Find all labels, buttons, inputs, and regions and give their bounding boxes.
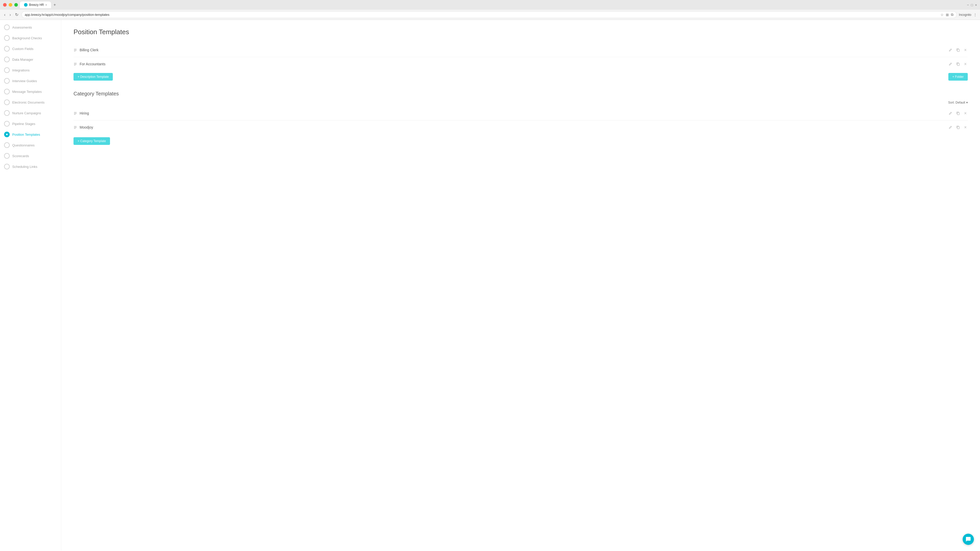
sidebar-icon-scorecards — [4, 153, 10, 159]
sidebar-icon-data-manager — [4, 57, 10, 62]
browser-titlebar: Breezy HR × + − □ × — [0, 0, 980, 10]
add-category-template-button[interactable]: + Category Template — [73, 137, 110, 145]
edit-button-moodjoy[interactable] — [948, 124, 953, 130]
sidebar-label-assessments: Assessments — [12, 25, 32, 29]
reader-icon[interactable]: ⊞ — [946, 13, 949, 17]
forward-button[interactable]: › — [8, 11, 12, 18]
sidebar-item-interview-guides[interactable]: Interview Guides — [0, 76, 61, 86]
svg-rect-10 — [957, 63, 959, 65]
sidebar-item-data-manager[interactable]: Data Manager — [0, 54, 61, 65]
window-close-button[interactable] — [3, 3, 6, 6]
delete-button-for-accountants[interactable]: × — [963, 61, 968, 67]
bookmark-icon[interactable]: ☆ — [940, 13, 944, 17]
sidebar-label-data-manager: Data Manager — [12, 58, 33, 62]
new-tab-button[interactable]: + — [52, 2, 58, 8]
browser-tab-breezy[interactable]: Breezy HR × — [20, 2, 51, 8]
category-templates-section: Category Templates Sort: Default ▾ Hirin… — [73, 91, 968, 145]
template-label-hiring: Hiring — [80, 111, 89, 115]
tab-label: Breezy HR — [29, 3, 44, 6]
copy-button-hiring[interactable] — [955, 110, 961, 116]
sidebar-item-electronic-documents[interactable]: Electronic Documents — [0, 97, 61, 108]
back-button[interactable]: ‹ — [3, 11, 6, 18]
template-label-billing-clerk: Billing Clerk — [80, 48, 99, 52]
sidebar-label-integrations: Integrations — [12, 68, 30, 72]
tab-close-icon[interactable]: × — [45, 3, 47, 6]
app-layout: AssessmentsBackground ChecksCustom Field… — [0, 20, 980, 551]
svg-rect-20 — [957, 127, 959, 129]
window-maximize-button[interactable] — [14, 3, 18, 6]
sidebar-label-scheduling-links: Scheduling Links — [12, 165, 37, 168]
browser-chrome: Breezy HR × + − □ × ‹ › ↻ ☆ ⊞ ⧉ Incognit… — [0, 0, 980, 20]
sidebar-label-pipeline-stages: Pipeline Stages — [12, 122, 35, 126]
sort-row: Sort: Default ▾ — [73, 101, 968, 104]
svg-rect-15 — [957, 113, 959, 115]
sidebar: AssessmentsBackground ChecksCustom Field… — [0, 20, 61, 551]
template-item-billing-clerk: Billing Clerk × — [73, 43, 968, 57]
edit-button-billing-clerk[interactable] — [948, 47, 953, 53]
delete-button-hiring[interactable]: × — [963, 110, 968, 117]
sidebar-item-assessments[interactable]: Assessments — [0, 22, 61, 33]
category-templates-list: Hiring × Moodjoy × — [73, 106, 968, 134]
add-description-template-button[interactable]: + Description Template — [73, 73, 113, 81]
add-folder-button[interactable]: + Folder — [948, 73, 968, 81]
url-input[interactable] — [25, 13, 939, 17]
delete-button-moodjoy[interactable]: × — [963, 124, 968, 130]
window-minimize-button[interactable] — [9, 3, 12, 6]
chat-icon — [966, 537, 971, 542]
split-icon[interactable]: ⧉ — [951, 13, 953, 17]
sidebar-item-integrations[interactable]: Integrations — [0, 65, 61, 76]
sidebar-item-custom-fields[interactable]: Custom Fields — [0, 43, 61, 54]
window-minimize-icon[interactable]: − — [967, 3, 969, 7]
profile-icon[interactable]: Incognito — [959, 13, 971, 17]
refresh-button[interactable]: ↻ — [14, 11, 19, 18]
window-close-icon[interactable]: × — [975, 3, 977, 7]
copy-button-moodjoy[interactable] — [955, 124, 961, 130]
address-bar[interactable]: ☆ ⊞ ⧉ — [21, 11, 957, 18]
sidebar-icon-pipeline-stages — [4, 121, 10, 127]
sidebar-item-message-templates[interactable]: Message Templates — [0, 86, 61, 97]
tab-favicon — [24, 3, 27, 6]
extensions-icon[interactable]: ⋮ — [974, 13, 977, 17]
svg-rect-5 — [957, 49, 959, 52]
main-content: Position Templates Billing Clerk × For A… — [61, 20, 980, 551]
sidebar-label-background-checks: Background Checks — [12, 36, 42, 40]
template-item-for-accountants: For Accountants × — [73, 57, 968, 71]
copy-button-billing-clerk[interactable] — [955, 47, 961, 53]
sidebar-item-background-checks[interactable]: Background Checks — [0, 33, 61, 43]
sidebar-label-position-templates: Position Templates — [12, 133, 40, 137]
sidebar-icon-interview-guides — [4, 78, 10, 84]
chat-bubble-button[interactable] — [963, 534, 974, 545]
sidebar-icon-background-checks — [4, 35, 10, 41]
sidebar-item-scheduling-links[interactable]: Scheduling Links — [0, 161, 61, 172]
svg-point-0 — [6, 134, 8, 135]
sidebar-item-scorecards[interactable]: Scorecards — [0, 151, 61, 161]
list-icon-moodjoy — [73, 125, 77, 129]
sidebar-item-position-templates[interactable]: Position Templates — [0, 129, 61, 140]
template-label-for-accountants: For Accountants — [80, 62, 105, 66]
window-restore-icon[interactable]: □ — [971, 3, 973, 7]
sidebar-icon-questionnaires — [4, 142, 10, 148]
sort-control[interactable]: Sort: Default ▾ — [948, 101, 968, 104]
edit-button-for-accountants[interactable] — [948, 61, 953, 67]
list-icon-billing-clerk — [73, 48, 77, 52]
delete-button-billing-clerk[interactable]: × — [963, 47, 968, 53]
description-templates-list: Billing Clerk × For Accountants × — [73, 43, 968, 71]
template-item-moodjoy: Moodjoy × — [73, 121, 968, 134]
description-templates-actions: + Description Template + Folder — [73, 73, 968, 81]
template-label-moodjoy: Moodjoy — [80, 125, 93, 129]
window-controls[interactable] — [3, 3, 18, 6]
copy-button-for-accountants[interactable] — [955, 61, 961, 67]
sidebar-icon-nurture-campaigns — [4, 110, 10, 116]
sidebar-icon-position-templates — [4, 132, 10, 137]
sidebar-label-electronic-documents: Electronic Documents — [12, 100, 45, 104]
sidebar-item-nurture-campaigns[interactable]: Nurture Campaigns — [0, 108, 61, 118]
category-template-add-row: + Category Template — [73, 137, 968, 145]
sidebar-item-questionnaires[interactable]: Questionnaires — [0, 140, 61, 151]
sidebar-label-scorecards: Scorecards — [12, 154, 29, 158]
browser-tabs: Breezy HR × + — [20, 2, 58, 8]
sidebar-item-pipeline-stages[interactable]: Pipeline Stages — [0, 118, 61, 129]
edit-button-hiring[interactable] — [948, 110, 953, 116]
sidebar-icon-assessments — [4, 24, 10, 30]
category-templates-title: Category Templates — [73, 91, 968, 97]
sidebar-label-questionnaires: Questionnaires — [12, 143, 35, 147]
